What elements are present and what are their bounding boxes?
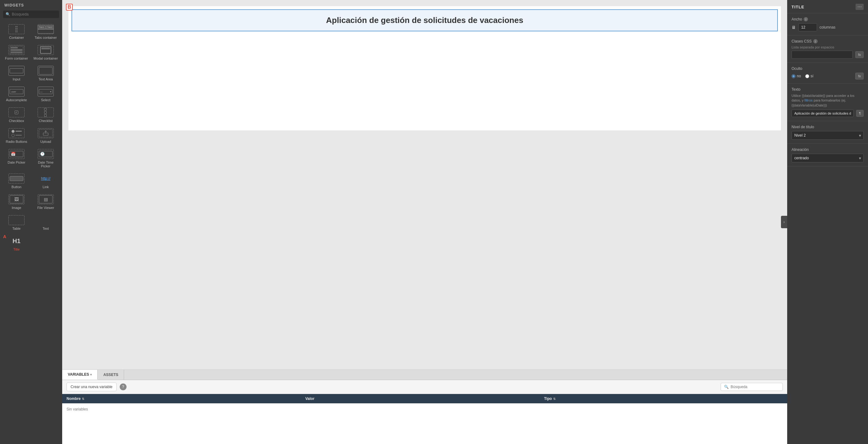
widget-modal-container[interactable]: Modal container bbox=[32, 42, 60, 62]
bottom-tabs: VARIABLES ▾ ASSETS bbox=[62, 370, 787, 380]
widget-upload-label: Upload bbox=[40, 140, 51, 143]
upload-icon bbox=[38, 128, 54, 138]
datetime-picker-icon: 🕐 bbox=[38, 149, 54, 159]
widget-radio-buttons[interactable]: Radio Buttons bbox=[2, 126, 30, 145]
checkbox-icon: ✓ bbox=[8, 107, 25, 117]
link-icon: http:// bbox=[38, 174, 54, 183]
title-widget[interactable]: Aplicación de gestión de solicitudes de … bbox=[71, 9, 778, 31]
oculto-label: Oculto bbox=[792, 66, 864, 71]
widget-checkbox-label: Checkbox bbox=[9, 119, 24, 123]
texto-fx-button[interactable]: ¶ bbox=[856, 110, 864, 117]
create-variable-button[interactable]: Crear una nueva variable bbox=[66, 382, 117, 391]
b-marker: B bbox=[66, 4, 73, 10]
variable-search: 🔍 bbox=[721, 383, 783, 391]
nivel-titulo-select[interactable]: Nivel 1 Nivel 2 Nivel 3 Nivel 4 Nivel 5 … bbox=[792, 131, 864, 140]
oculto-si-radio[interactable] bbox=[805, 74, 809, 78]
main-area: B Aplicación de gestión de solicitudes d… bbox=[62, 0, 787, 444]
title-icon: H1 bbox=[8, 236, 25, 246]
monitor-icon: 🖥 bbox=[792, 25, 796, 30]
bottom-panel: VARIABLES ▾ ASSETS Crear una nueva varia… bbox=[62, 370, 787, 444]
widget-autocomplete-label: Autocomplete bbox=[6, 98, 27, 102]
widget-link-label: Link bbox=[42, 185, 49, 189]
tab-variables[interactable]: VARIABLES ▾ bbox=[62, 370, 98, 380]
widget-image-label: Image bbox=[12, 206, 22, 210]
filtros-link[interactable]: filtros bbox=[805, 98, 813, 102]
more-options-button[interactable]: ⋯ bbox=[856, 4, 864, 10]
widget-select[interactable]: —▾ Select bbox=[32, 84, 60, 104]
alineacion-select[interactable]: izquierda centrado derecha bbox=[792, 154, 864, 162]
texto-hint: Utilice {{dataVariable}} para acceder a … bbox=[792, 94, 864, 108]
widget-image[interactable]: 🖼 Image bbox=[2, 192, 30, 211]
widget-tabs-label: Tabs container bbox=[34, 36, 57, 39]
table-icon bbox=[8, 215, 25, 225]
oculto-no-label[interactable]: no bbox=[792, 74, 801, 78]
ancho-input[interactable] bbox=[798, 23, 817, 31]
widget-input[interactable]: Input bbox=[2, 63, 30, 83]
texto-label: Texto bbox=[792, 87, 864, 92]
widget-container[interactable]: Container bbox=[2, 22, 30, 41]
search-input[interactable] bbox=[12, 12, 57, 16]
widget-form-container[interactable]: Form container bbox=[2, 42, 30, 62]
image-icon: 🖼 bbox=[8, 194, 25, 204]
empty-variables-text: Sin variables bbox=[62, 403, 787, 415]
radio-buttons-icon bbox=[8, 128, 25, 138]
variable-table-body: Sin variables bbox=[62, 403, 787, 444]
widget-text[interactable]: Text bbox=[32, 213, 60, 232]
widget-checklist[interactable]: Checklist bbox=[32, 105, 60, 125]
widget-tabs-container[interactable]: Tab1Tab2 Tabs container bbox=[32, 22, 60, 41]
search-icon: 🔍 bbox=[6, 12, 10, 16]
clases-css-fx-button[interactable]: fx bbox=[855, 51, 864, 58]
ancho-suffix: columnas bbox=[819, 25, 835, 30]
clases-css-hint: Lista separada por espacios bbox=[792, 45, 864, 49]
bottom-toolbar: Crear una nueva variable ? 🔍 bbox=[62, 380, 787, 394]
tabs-container-icon: Tab1Tab2 bbox=[38, 24, 54, 34]
widget-checkbox[interactable]: ✓ Checkbox bbox=[2, 105, 30, 125]
file-viewer-icon bbox=[38, 194, 54, 204]
section-oculto: Oculto no sí fx bbox=[787, 63, 868, 83]
title-widget-text: Aplicación de gestión de solicitudes de … bbox=[326, 15, 523, 25]
header-nombre: Nombre ⇅ bbox=[66, 397, 305, 401]
widget-input-label: Input bbox=[13, 77, 20, 81]
help-button[interactable]: ? bbox=[120, 383, 127, 390]
widget-title[interactable]: A H1 Title bbox=[2, 234, 30, 253]
variable-search-input[interactable] bbox=[731, 385, 779, 389]
chevron-down-icon: ▾ bbox=[90, 373, 92, 376]
a-marker: A bbox=[3, 234, 6, 239]
widget-datetime-picker[interactable]: 🕐 Date Time Picker bbox=[32, 146, 60, 170]
search-icon: 🔍 bbox=[724, 385, 729, 389]
section-ancho: Ancho i 🖥 columnas bbox=[787, 13, 868, 35]
widget-radio-label: Radio Buttons bbox=[6, 140, 27, 143]
widget-date-picker[interactable]: 📅 Date Picker bbox=[2, 146, 30, 170]
section-nivel-titulo: Nivel de título Nivel 1 Nivel 2 Nivel 3 … bbox=[787, 121, 868, 144]
clases-css-input[interactable] bbox=[792, 50, 853, 59]
texto-input[interactable] bbox=[792, 110, 854, 117]
widget-autocomplete[interactable]: user Autocomplete bbox=[2, 84, 30, 104]
section-texto: Texto Utilice {{dataVariable}} para acce… bbox=[787, 83, 868, 121]
widget-grid: Container Tab1Tab2 Tabs container Form c… bbox=[0, 21, 62, 254]
ancho-info-icon: i bbox=[804, 17, 808, 22]
oculto-radio-group: no sí bbox=[792, 74, 814, 78]
form-container-icon bbox=[8, 45, 25, 55]
alineacion-label: Alineación bbox=[792, 147, 864, 152]
ancho-label: Ancho i bbox=[792, 17, 864, 22]
widget-button[interactable]: Button bbox=[2, 171, 30, 191]
nivel-titulo-label: Nivel de título bbox=[792, 125, 864, 129]
canvas-area[interactable]: B Aplicación de gestión de solicitudes d… bbox=[62, 0, 787, 370]
header-valor: Valor bbox=[305, 397, 544, 401]
oculto-fx-button[interactable]: fx bbox=[855, 73, 864, 79]
section-alineacion: Alineación izquierda centrado derecha bbox=[787, 144, 868, 166]
tab-assets[interactable]: ASSETS bbox=[98, 370, 124, 380]
oculto-no-radio[interactable] bbox=[792, 74, 796, 78]
widget-file-viewer[interactable]: File Viewer bbox=[32, 192, 60, 211]
widget-upload[interactable]: Upload bbox=[32, 126, 60, 145]
checklist-icon bbox=[38, 107, 54, 117]
oculto-si-label[interactable]: sí bbox=[805, 74, 813, 78]
widget-link[interactable]: http:// Link bbox=[32, 171, 60, 191]
widget-textarea[interactable]: Text Area bbox=[32, 63, 60, 83]
alineacion-select-wrapper: izquierda centrado derecha bbox=[792, 154, 864, 162]
sidebar: WIDGETS 🔍 Container Tab1Tab2 Tabs contai… bbox=[0, 0, 62, 444]
widget-select-label: Select bbox=[41, 98, 51, 102]
panel-collapse-button[interactable]: › bbox=[781, 216, 787, 228]
search-container: 🔍 bbox=[3, 10, 59, 18]
widget-table[interactable]: Table bbox=[2, 213, 30, 232]
